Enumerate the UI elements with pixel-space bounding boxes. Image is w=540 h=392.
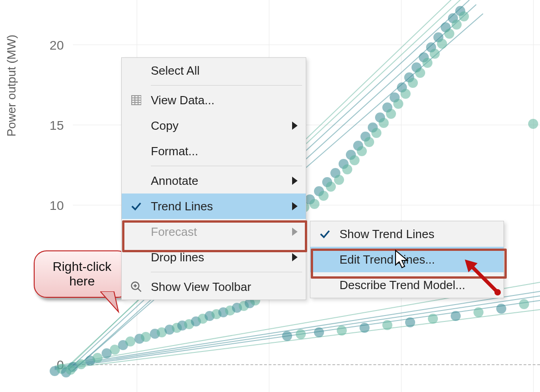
data-grid-icon [122, 95, 151, 105]
menu-label: Show Trend Lines [339, 227, 495, 241]
svg-point-89 [314, 327, 324, 337]
svg-point-63 [401, 89, 411, 99]
svg-point-41 [319, 191, 329, 201]
svg-point-87 [360, 323, 370, 333]
chevron-right-icon [292, 253, 298, 261]
check-icon [122, 200, 151, 213]
svg-point-47 [342, 164, 352, 174]
menu-label: Forecast [151, 225, 292, 239]
svg-point-67 [415, 68, 425, 78]
svg-point-86 [428, 314, 438, 324]
menu-item-annotate[interactable]: Annotate [122, 168, 306, 193]
menu-item-select-all[interactable]: Select All [122, 58, 306, 83]
menu-item-view-data[interactable]: View Data... [122, 87, 306, 113]
svg-point-59 [386, 109, 396, 119]
menu-label: Trend Lines [151, 199, 292, 214]
menu-item-drop-lines[interactable]: Drop lines [122, 244, 306, 270]
menu-label: Drop lines [151, 250, 292, 265]
svg-line-99 [138, 289, 141, 292]
svg-line-102 [471, 266, 497, 291]
menu-item-trend-lines[interactable]: Trend Lines [122, 193, 306, 219]
svg-point-57 [379, 118, 389, 128]
svg-point-55 [371, 128, 381, 138]
svg-point-71 [430, 49, 440, 59]
svg-point-69 [422, 58, 432, 68]
svg-point-82 [473, 307, 483, 317]
svg-point-85 [405, 317, 415, 327]
chevron-right-icon [292, 228, 298, 236]
menu-item-format[interactable]: Format... [122, 138, 306, 164]
menu-label: Format... [151, 144, 298, 158]
svg-point-83 [496, 304, 506, 314]
menu-label: Annotate [151, 174, 292, 188]
menu-item-show-view-toolbar[interactable]: Show View Toolbar [122, 274, 306, 300]
menu-label: View Data... [151, 93, 298, 107]
svg-point-92 [296, 329, 306, 339]
svg-point-79 [459, 11, 469, 21]
submenu-item-show-trend-lines[interactable]: Show Trend Lines [310, 221, 504, 247]
menu-label: Show View Toolbar [151, 280, 298, 294]
svg-point-49 [350, 155, 360, 165]
menu-item-copy[interactable]: Copy [122, 113, 306, 138]
context-menu[interactable]: Select All View Data... Copy Format... A… [121, 57, 306, 300]
svg-point-65 [408, 78, 418, 88]
menu-separator [151, 166, 302, 166]
chevron-right-icon [292, 202, 298, 210]
svg-point-17 [125, 336, 135, 346]
svg-marker-97 [100, 291, 118, 312]
svg-point-80 [528, 119, 538, 129]
callout-text: Right-click here [52, 260, 111, 289]
svg-point-84 [519, 299, 529, 309]
svg-point-81 [451, 311, 461, 321]
chevron-right-icon [292, 122, 298, 130]
svg-point-77 [452, 20, 462, 30]
svg-point-91 [282, 331, 292, 341]
svg-point-43 [326, 182, 336, 192]
menu-label: Select All [151, 64, 298, 78]
svg-point-45 [334, 175, 344, 185]
svg-point-53 [364, 137, 374, 147]
menu-separator [151, 85, 302, 86]
svg-point-88 [382, 320, 392, 330]
menu-item-forecast: Forecast [122, 219, 306, 244]
svg-point-61 [393, 99, 403, 109]
check-icon [310, 228, 339, 240]
callout-right-click-here: Right-click here [34, 250, 130, 298]
svg-point-104 [494, 289, 501, 295]
svg-point-90 [337, 326, 347, 336]
svg-point-11 [76, 359, 86, 369]
svg-point-51 [357, 146, 367, 156]
svg-point-13 [93, 353, 103, 363]
magnifier-plus-icon [122, 280, 151, 293]
menu-label: Copy [151, 119, 292, 133]
svg-point-96 [66, 365, 76, 375]
menu-separator [151, 272, 302, 272]
svg-point-73 [437, 39, 447, 49]
svg-point-39 [309, 199, 319, 209]
annotation-arrow-icon [465, 260, 501, 296]
svg-point-19 [141, 332, 151, 342]
chevron-right-icon [292, 177, 298, 185]
svg-point-75 [444, 29, 454, 39]
